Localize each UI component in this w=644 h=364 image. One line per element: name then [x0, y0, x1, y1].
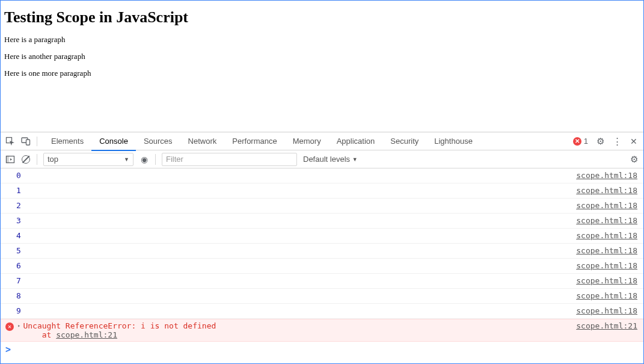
devtools-panel: Elements Console Sources Network Perform…	[1, 132, 643, 363]
console-log-row: 9scope.html:18	[1, 304, 643, 319]
console-settings-icon[interactable]	[629, 155, 639, 164]
log-source-link[interactable]: scope.html:18	[564, 215, 637, 226]
log-source-link[interactable]: scope.html:18	[564, 261, 637, 271]
tab-console[interactable]: Console	[91, 132, 136, 150]
console-prompt[interactable]: >	[1, 342, 643, 357]
close-icon[interactable]	[629, 137, 639, 146]
error-icon: ✕	[573, 137, 581, 146]
chevron-down-icon: ▼	[352, 156, 358, 162]
live-expression-icon[interactable]	[140, 155, 149, 164]
console-log-row: 6scope.html:18	[1, 259, 643, 274]
console-log-row: 0scope.html:18	[1, 168, 643, 184]
error-icon: ✕	[5, 322, 14, 331]
page-content: Testing Scope in JavaScript Here is a pa…	[1, 1, 643, 132]
console-toolbar: top ▼ Filter Default levels ▼	[1, 150, 643, 168]
console-log-row: 8scope.html:18	[1, 289, 643, 304]
tab-performance[interactable]: Performance	[224, 132, 284, 150]
tab-application[interactable]: Application	[329, 132, 383, 150]
log-source-link[interactable]: scope.html:18	[564, 230, 637, 241]
tab-network[interactable]: Network	[180, 132, 225, 150]
settings-icon[interactable]	[595, 137, 605, 146]
console-log-row: 7scope.html:18	[1, 274, 643, 289]
prompt-caret-icon: >	[5, 344, 11, 355]
log-source-link[interactable]: scope.html:18	[564, 291, 637, 301]
tab-security[interactable]: Security	[382, 132, 426, 150]
error-message: Uncaught ReferenceError: i is not define…	[23, 321, 216, 339]
console-log-row: 3scope.html:18	[1, 214, 643, 229]
tab-lighthouse[interactable]: Lighthouse	[426, 132, 480, 150]
paragraph: Here is a paragraph	[4, 35, 640, 45]
log-source-link[interactable]: scope.html:18	[564, 306, 637, 316]
device-toggle-icon[interactable]	[21, 137, 31, 146]
log-source-link[interactable]: scope.html:18	[564, 170, 637, 181]
tab-memory[interactable]: Memory	[285, 132, 329, 150]
console-filter-input[interactable]: Filter	[162, 153, 297, 166]
chevron-down-icon: ▼	[124, 156, 129, 162]
tab-sources[interactable]: Sources	[136, 132, 180, 150]
console-log-row: 4scope.html:18	[1, 229, 643, 244]
log-source-link[interactable]: scope.html:18	[564, 200, 637, 211]
expand-triangle-icon[interactable]: ▸	[17, 322, 20, 329]
error-count-indicator[interactable]: ✕ 1	[573, 137, 588, 146]
execution-context-select[interactable]: top ▼	[43, 153, 133, 166]
console-log-row: 2scope.html:18	[1, 199, 643, 214]
error-location-link[interactable]: scope.html:21	[56, 330, 117, 339]
context-value: top	[48, 155, 58, 164]
page-title: Testing Scope in JavaScript	[4, 8, 640, 26]
more-options-icon[interactable]	[612, 137, 622, 146]
console-output[interactable]: 0scope.html:18 1scope.html:18 2scope.htm…	[1, 168, 643, 363]
svg-rect-2	[26, 140, 30, 145]
svg-rect-4	[7, 156, 9, 162]
clear-console-icon[interactable]	[21, 155, 31, 164]
error-count: 1	[584, 137, 588, 146]
console-log-row: 5scope.html:18	[1, 244, 643, 259]
log-source-link[interactable]: scope.html:18	[564, 276, 637, 286]
log-source-link[interactable]: scope.html:18	[564, 185, 637, 196]
console-error-row: ✕ ▸ Uncaught ReferenceError: i is not de…	[1, 319, 643, 342]
paragraph: Here is another paragraph	[4, 52, 640, 61]
console-sidebar-toggle-icon[interactable]	[5, 155, 15, 164]
log-source-link[interactable]: scope.html:18	[564, 245, 637, 256]
log-source-link[interactable]: scope.html:21	[564, 321, 637, 330]
devtools-tab-bar: Elements Console Sources Network Perform…	[1, 132, 643, 150]
console-log-row: 1scope.html:18	[1, 184, 643, 199]
inspect-element-icon[interactable]	[5, 137, 15, 146]
log-level-select[interactable]: Default levels ▼	[303, 153, 358, 166]
paragraph: Here is one more paragraph	[4, 69, 640, 78]
tab-elements[interactable]: Elements	[43, 132, 91, 150]
